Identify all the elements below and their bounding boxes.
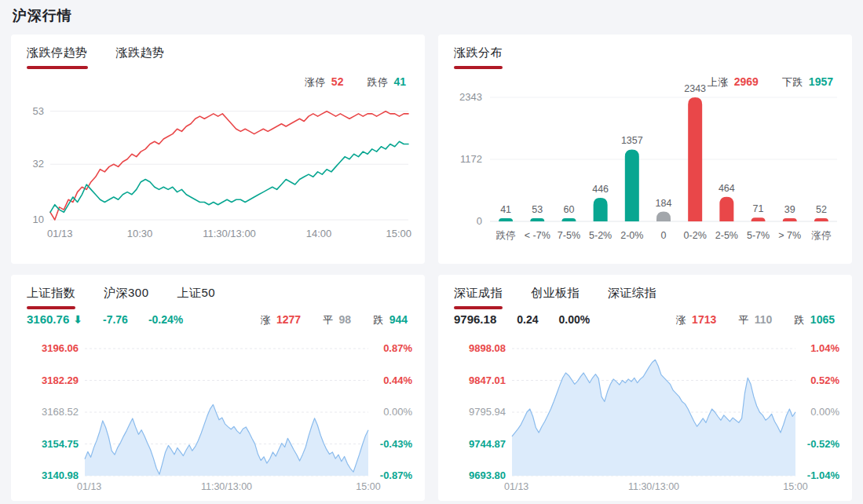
x-axis-tick-label: 01/13 — [77, 481, 101, 492]
tab-label: 涨跌分布 — [454, 46, 503, 59]
bar-> 7% — [783, 218, 797, 221]
stat-value: 944 — [389, 313, 408, 326]
stat-value: 110 — [755, 313, 773, 326]
bar-category-label: < -7% — [525, 230, 550, 241]
tab-深证综指[interactable]: 深证综指 — [608, 286, 656, 309]
tab-上证50[interactable]: 上证50 — [177, 286, 216, 309]
tab-涨跌趋势[interactable]: 涨跌趋势 — [116, 46, 165, 69]
bar-value-label: 1357 — [621, 135, 643, 146]
active-tab-underline — [27, 306, 75, 309]
page-title: 沪深行情 — [13, 6, 72, 25]
tab-label: 深证综指 — [608, 286, 656, 299]
tab-label: 上证指数 — [27, 286, 75, 299]
bar-5-7% — [751, 217, 766, 221]
shenzhen-index-area-chart[interactable]: 9898.081.04%9847.010.52%9795.940.00%9744… — [448, 338, 843, 496]
series-line-涨停 — [50, 111, 408, 220]
stat-label: 涨 — [260, 313, 271, 327]
x-axis-tick-label: 10:30 — [127, 228, 153, 239]
limit-updown-stats: 涨停52跌停41 — [305, 75, 406, 89]
index-price-value: 3160.76 — [27, 312, 69, 326]
active-tab-underline — [454, 306, 503, 309]
stat-label: 涨 — [676, 313, 687, 327]
bar-value-label: 446 — [592, 184, 609, 195]
active-tab-underline — [531, 306, 580, 309]
index-change-percent: -0.24% — [148, 313, 183, 326]
bar-value-label: 2343 — [684, 83, 706, 94]
tab-涨跌停趋势[interactable]: 涨跌停趋势 — [27, 46, 88, 69]
stat-平: 平98 — [323, 313, 351, 327]
tab-label: 涨跌停趋势 — [27, 46, 88, 59]
bar-category-label: 5-2% — [589, 230, 612, 241]
stat-label: 平 — [738, 313, 749, 327]
stat-label: 跌停 — [367, 75, 388, 89]
index-price-value: 9796.18 — [454, 312, 496, 326]
bar-category-label: 涨停 — [810, 230, 831, 241]
tab-涨跌分布[interactable]: 涨跌分布 — [454, 46, 503, 69]
tab-沪深300[interactable]: 沪深300 — [104, 286, 149, 309]
bar-category-label: 0 — [661, 230, 667, 241]
y-axis-price-label: 9898.08 — [469, 342, 506, 354]
active-tab-underline — [454, 66, 503, 69]
y-axis-percent-label: 0.52% — [810, 374, 839, 386]
tab-bar-shenzhen-index: 深证成指创业板指深证综指 — [454, 286, 656, 309]
bar-涨停 — [814, 218, 828, 221]
shanghai-index-area-chart[interactable]: 3196.060.87%3182.290.44%3168.520.00%3154… — [20, 338, 415, 496]
stat-label: 跌 — [373, 313, 384, 327]
y-axis-price-label: 9795.94 — [469, 406, 506, 418]
y-axis-percent-label: -0.43% — [380, 438, 413, 450]
panel-shenzhen-index: 深证成指创业板指深证综指 9796.180.240.00% 涨1713平110跌… — [438, 275, 852, 501]
x-axis-tick-label: 11:30/13:00 — [203, 228, 256, 239]
stat-value: 52 — [331, 75, 344, 88]
bar-category-label: 7-5% — [558, 230, 580, 241]
shanghai-breadth-stats: 涨1277平98跌944 — [260, 313, 408, 327]
tab-上证指数[interactable]: 上证指数 — [27, 286, 75, 309]
y-axis-tick-label: 2343 — [459, 91, 482, 103]
bar-category-label: 5-7% — [747, 230, 770, 241]
distribution-bar-chart[interactable]: 01172234341跌停53< -7%607-5%4465-2%13572-0… — [451, 83, 842, 261]
stat-跌: 跌944 — [373, 313, 408, 327]
bar-5-2% — [594, 198, 608, 221]
bar-2-5% — [719, 197, 733, 221]
active-tab-underline — [608, 306, 656, 309]
y-axis-percent-label: -1.04% — [807, 469, 840, 481]
tab-label: 沪深300 — [104, 286, 149, 299]
bar-value-label: 41 — [500, 204, 511, 215]
y-axis-price-label: 9847.01 — [469, 374, 506, 386]
bar-value-label: 39 — [784, 204, 795, 215]
bar-value-label: 53 — [532, 204, 543, 215]
y-axis-price-label: 3140.98 — [42, 469, 79, 481]
area-fill — [85, 404, 368, 476]
active-tab-underline — [27, 66, 88, 69]
y-axis-price-label: 3196.06 — [42, 342, 79, 354]
y-axis-tick-label: 1172 — [460, 153, 482, 165]
price-down-arrow-icon: ⬇ — [73, 313, 82, 326]
tab-创业板指[interactable]: 创业板指 — [531, 286, 580, 309]
y-axis-percent-label: -0.52% — [807, 438, 840, 450]
bar-category-label: 2-5% — [715, 230, 738, 241]
x-axis-tick-label: 15:00 — [783, 481, 807, 492]
y-axis-tick-label: 10 — [33, 214, 44, 225]
index-change: -7.76 — [103, 313, 128, 326]
bar-2-0% — [625, 149, 639, 221]
bar-category-label: 跌停 — [496, 230, 516, 241]
y-axis-price-label: 9693.80 — [469, 469, 506, 481]
bar-0 — [656, 212, 671, 221]
bar-value-label: 184 — [656, 198, 672, 209]
y-axis-percent-label: 0.44% — [383, 374, 412, 386]
y-axis-percent-label: 0.00% — [383, 406, 412, 418]
series-line-跌停 — [50, 141, 408, 212]
index-change-percent: 0.00% — [558, 313, 590, 326]
bar-value-label: 60 — [564, 204, 575, 215]
stat-涨: 涨1277 — [260, 313, 301, 327]
stat-label: 涨停 — [305, 75, 326, 89]
tab-label: 涨跌趋势 — [116, 46, 165, 59]
stat-跌: 跌1065 — [794, 313, 835, 327]
limit-trend-line-chart[interactable]: 10325301/1310:3011:30/13:0014:0015:00 — [24, 93, 415, 243]
y-axis-tick-label: 0 — [477, 215, 482, 227]
bar-< -7% — [530, 218, 544, 221]
index-change: 0.24 — [517, 313, 538, 326]
stat-平: 平110 — [738, 313, 772, 327]
shanghai-quote: 3160.76⬇-7.76-0.24% — [27, 312, 183, 326]
tab-深证成指[interactable]: 深证成指 — [454, 286, 503, 309]
shenzhen-quote: 9796.180.240.00% — [454, 312, 590, 326]
